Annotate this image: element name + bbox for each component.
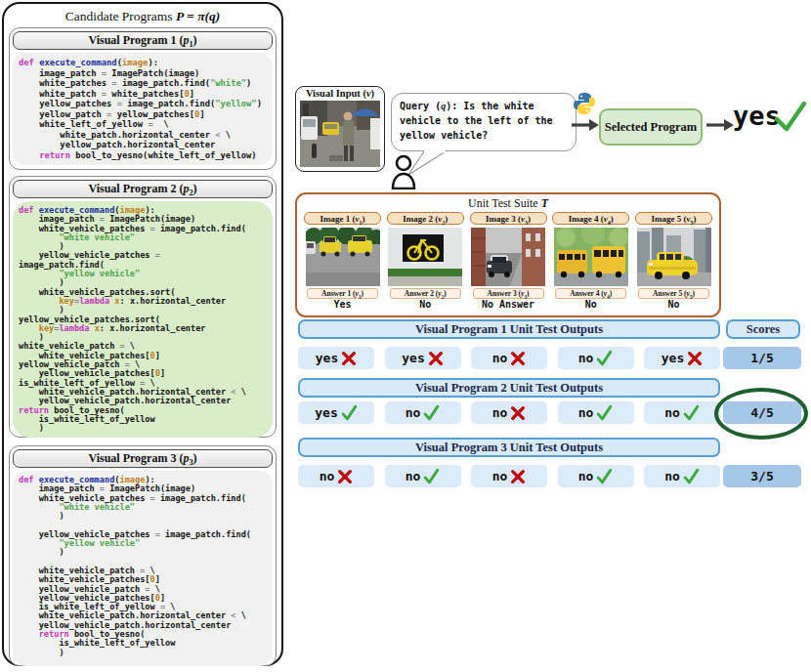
image-4-label: Image 4 (v4) [552,212,629,225]
check-icon [596,404,613,421]
unit-test-output-cell: no [385,465,461,487]
output-text: no [578,469,594,483]
test-column-5: Image 5 (v5) [635,212,712,311]
unit-test-output-cell: no [471,465,547,487]
answer-4-value: No [552,299,629,311]
unit-test-output-cell: no [558,465,634,487]
test-image-1 [306,228,380,286]
code-line: white_left_of_yellow = \ [19,119,267,130]
code-line: yellow_patches = image_patch.find("yello… [19,99,267,109]
person-icon [391,154,424,189]
output-text: no [492,469,508,483]
image-3-label: Image 3 (v3) [470,212,547,225]
test-image-2 [388,228,462,286]
output-text: no [664,405,680,420]
selected-program-box: Selected Program [599,108,703,146]
program-1-header: Visual Program 1 (p1) [13,31,273,50]
unit-test-output-cell: yes [298,347,374,369]
test-column-1: Image 1 (v1) Answer 1 (y1) Yes [304,212,381,311]
code-line: white_patch = white_patches[0] [19,89,267,100]
test-column-2: Image 2 (v2) Answer 2 (y2) No [387,212,464,311]
program-section-3: Visual Program 3 (p3) def execute_comman… [9,445,277,666]
query-text: Query (q): Is the white vehicle to the l… [400,99,568,143]
arrow-query-to-program [571,116,600,134]
answer-4-label: Answer 4 (y4) [555,288,626,299]
best-score-circle [714,388,808,440]
program-1-outputs-row: yesyesnonoyes [298,347,720,369]
answer-5-value: No [635,299,712,311]
candidate-programs-panel: Candidate Programs P = π(q) Visual Progr… [2,2,283,666]
answer-1-value: Yes [304,299,381,311]
answer-2-value: No [387,299,464,311]
arrow-program-to-answer [705,116,735,134]
program-1-outputs-header: Visual Program 1 Unit Test Outputs [298,319,720,339]
unit-test-output-cell: yes [644,347,720,369]
cross-icon [428,351,444,366]
unit-test-output-cell: yes [385,347,461,369]
program-section-1: Visual Program 1 (p1) def execute_comman… [9,27,277,170]
program-2-outputs-row: yesnononono [298,401,720,424]
program-3-outputs-row: nonononono [298,465,720,487]
query-bubble: Query (q): Is the white vehicle to the l… [391,93,576,151]
program-2-outputs-header: Visual Program 2 Unit Test Outputs [298,378,720,398]
program-3-outputs-header: Visual Program 3 Unit Test Outputs [298,438,720,457]
output-text: yes [402,351,424,365]
unit-test-output-cell: no [471,347,547,369]
image-1-label: Image 1 (v1) [304,212,381,225]
answer-3-value: No Answer [470,299,547,311]
unit-test-suite: Unit Test Suite T Image 1 (v1) Answer 1 … [295,192,721,317]
program-1-score: 1/5 [723,347,801,369]
program-2-code: def execute_command(image): image_patch … [13,201,273,438]
program-1-code: def execute_command(image): image_patch … [13,53,273,165]
unit-test-output-cell: no [644,401,720,424]
check-icon [683,404,700,421]
code-line: white_patches = image_patch.find("white"… [19,78,267,89]
code-line: ) [19,424,267,433]
unit-test-output-cell: no [298,465,374,487]
check-icon [683,468,700,484]
panel-title-text: Candidate Programs [65,9,176,23]
panel-title: Candidate Programs P = π(q) [4,9,281,24]
python-icon [573,92,596,115]
output-text: no [492,351,508,365]
test-column-4: Image 4 (v4) Answer 4 (y4) No [552,212,629,311]
test-image-4 [554,228,628,286]
answer-2-label: Answer 2 (y2) [390,288,461,299]
query-keyword: Query [400,101,429,111]
output-text: yes [662,351,684,365]
output-text: no [492,405,508,420]
code-line: white_patch.horizontal_center < \ [19,130,267,141]
image-2-label: Image 2 (v2) [387,212,464,225]
final-check-icon [771,98,808,135]
output-text: no [320,469,335,483]
selected-program-label: Selected Program [605,120,698,135]
test-image-3 [471,228,545,286]
code-line: ) [19,512,267,521]
answer-1-label: Answer 1 (y1) [307,288,378,299]
code-line: def execute_command(image): [19,58,267,68]
image-5-label: Image 5 (v5) [635,212,712,225]
code-line: image_patch = ImagePatch(image) [19,68,267,79]
test-image-5 [637,228,711,286]
output-text: no [406,405,421,420]
cross-icon [337,469,353,484]
code-line: ) [19,649,267,657]
output-text: yes [316,351,338,365]
output-text: yes [315,405,337,420]
answer-3-label: Answer 3 (y3) [473,288,544,299]
check-icon [423,468,440,484]
program-3-header: Visual Program 3 (p3) [13,449,273,468]
output-text: no [664,469,680,483]
code-line: yellow_patch.horizontal_center [19,140,267,150]
answer-5-label: Answer 5 (y5) [638,288,709,299]
code-line: key=lambda x: x.horizontal_center [19,324,267,333]
unit-test-suite-title: Unit Test Suite T [304,196,712,211]
visual-input-label: Visual Input (v) [296,87,384,101]
program-3-score: 3/5 [723,465,801,487]
cross-icon [341,351,357,366]
output-text: no [578,405,594,420]
code-line: is_white_left_of_yellow [19,415,267,424]
output-text: no [406,469,421,483]
code-line: return bool_to_yesno(white_left_of_yello… [19,150,267,161]
figure-canvas: Candidate Programs P = π(q) Visual Progr… [0,0,811,672]
